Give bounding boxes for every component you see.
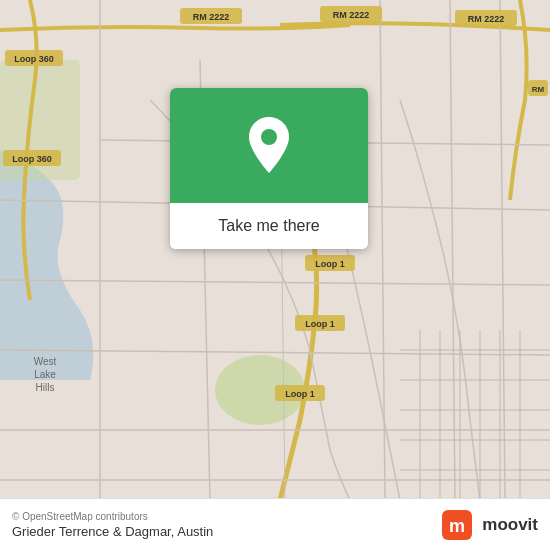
- svg-point-47: [261, 129, 277, 145]
- popup-card: Take me there: [170, 88, 368, 249]
- moovit-logo-text: moovit: [482, 515, 538, 535]
- svg-text:Loop 360: Loop 360: [12, 154, 52, 164]
- map-container[interactable]: RM 2222 RM 2222 RM 2222 Loop 360 Loop 36…: [0, 0, 550, 550]
- popup-header: [170, 88, 368, 203]
- svg-text:RM 2222: RM 2222: [333, 10, 370, 20]
- svg-text:Loop 1: Loop 1: [305, 319, 335, 329]
- moovit-logo: m moovit: [440, 508, 538, 542]
- svg-text:Hills: Hills: [36, 382, 55, 393]
- svg-text:Loop 1: Loop 1: [285, 389, 315, 399]
- svg-text:RM 2222: RM 2222: [468, 14, 505, 24]
- svg-text:RM: RM: [532, 85, 545, 94]
- svg-text:Loop 360: Loop 360: [14, 54, 54, 64]
- location-name: Grieder Terrence & Dagmar, Austin: [12, 524, 213, 539]
- attribution: © OpenStreetMap contributors: [12, 511, 213, 522]
- svg-text:RM 2222: RM 2222: [193, 12, 230, 22]
- svg-line-3: [0, 280, 550, 285]
- svg-text:m: m: [449, 516, 465, 536]
- roads-layer: RM 2222 RM 2222 RM 2222 Loop 360 Loop 36…: [0, 0, 550, 550]
- location-pin-icon: [243, 115, 295, 177]
- svg-text:Lake: Lake: [34, 369, 56, 380]
- take-me-there-button[interactable]: Take me there: [170, 203, 368, 249]
- moovit-logo-icon: m: [440, 508, 474, 542]
- svg-text:West: West: [34, 356, 57, 367]
- svg-line-11: [450, 0, 455, 500]
- svg-line-12: [500, 0, 505, 500]
- svg-text:Loop 1: Loop 1: [315, 259, 345, 269]
- bottom-bar: © OpenStreetMap contributors Grieder Ter…: [0, 498, 550, 550]
